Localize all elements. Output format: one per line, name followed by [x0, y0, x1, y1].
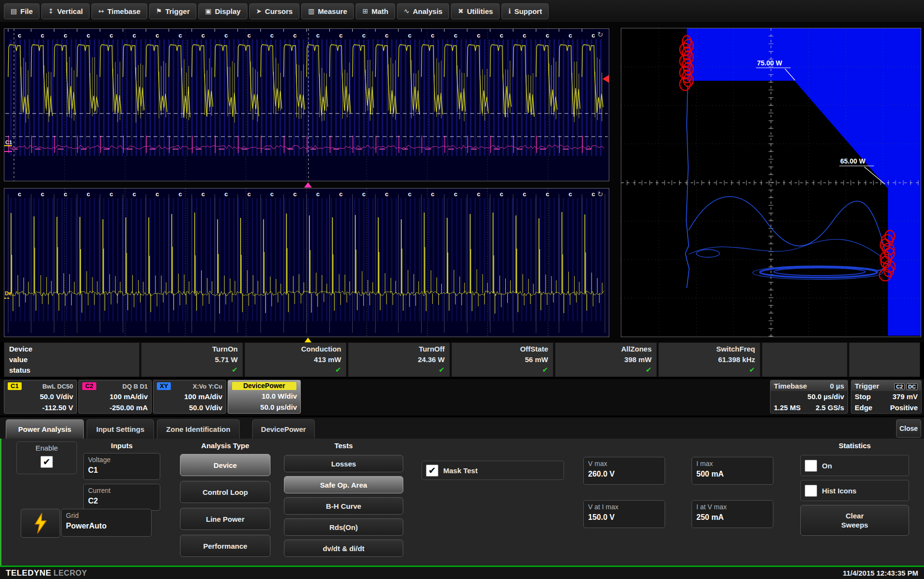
status-ok-icon: ✔: [664, 365, 755, 375]
trigger-coupling-badge: DC: [906, 383, 918, 390]
measure-col-turnoff[interactable]: TurnOff 24.36 W ✔: [348, 342, 450, 377]
menu-trigger[interactable]: ⚑Trigger: [149, 3, 196, 19]
svg-text:c: c: [155, 32, 159, 39]
svg-text:c: c: [408, 32, 411, 39]
analysis-icon: ∿: [404, 7, 410, 15]
test-rds-on-button[interactable]: Rds(On): [284, 518, 403, 536]
measure-value: 398 mW: [560, 354, 652, 365]
svg-text:c: c: [591, 190, 595, 198]
clear-sweeps-button[interactable]: Clear Sweeps: [800, 505, 909, 536]
svg-text:c: c: [18, 32, 21, 39]
tab-input-settings[interactable]: Input Settings: [87, 419, 154, 439]
grid-mode-label: Grid: [66, 511, 147, 520]
svg-text:c: c: [247, 190, 251, 198]
soa-xy-plot[interactable]: 75.00 W65.00 W: [621, 28, 921, 337]
analysis-line-power-button[interactable]: Line Power: [180, 508, 270, 530]
menu-analysis[interactable]: ∿Analysis: [397, 3, 449, 19]
c1-badge: C1: [8, 382, 22, 390]
autosetup-button[interactable]: [21, 509, 60, 538]
voltage-input-field[interactable]: Voltage C1: [83, 453, 160, 480]
measure-name: Conduction: [250, 344, 341, 354]
grid-mode-field[interactable]: Grid PowerAuto: [61, 509, 152, 537]
v-at-imax-field[interactable]: V at I max 150.0 V: [583, 500, 665, 528]
menu-vertical[interactable]: ↕Vertical: [41, 3, 90, 19]
svg-text:c: c: [362, 190, 365, 198]
button-label: Clear: [846, 511, 864, 520]
svg-text:c: c: [569, 32, 572, 39]
menu-timebase-label: Timebase: [107, 7, 141, 15]
analysis-device-button[interactable]: Device: [180, 454, 270, 476]
measure-value: 56 mW: [457, 354, 548, 365]
enable-label: Enable: [36, 444, 58, 452]
svg-text:c: c: [569, 190, 572, 198]
vmax-field[interactable]: V max 260.0 V: [583, 457, 665, 485]
svg-text:c: c: [339, 190, 343, 198]
measure-col-allzones[interactable]: AllZones 398 mW ✔: [555, 342, 657, 377]
svg-text:c: c: [64, 32, 67, 39]
menu-measure[interactable]: ▥Measure: [301, 3, 354, 19]
analysis-performance-button[interactable]: Performance: [180, 535, 270, 557]
devicepower-descriptor[interactable]: DevicePower 10.0 W/div 50.0 µs/div: [228, 380, 301, 414]
svg-text:c: c: [431, 32, 435, 39]
imax-field[interactable]: I max 500 mA: [692, 457, 773, 485]
statistics-on-checkbox[interactable]: [805, 460, 817, 472]
status-ok-icon: ✔: [353, 365, 445, 375]
button-label: B-H Curve: [326, 502, 361, 510]
svg-text:c: c: [500, 190, 503, 198]
mask-test-checkbox[interactable]: ✔: [426, 465, 438, 477]
status-bar: TELEDYNE LECROY 11/4/2015 12:43:35 PM: [0, 567, 924, 579]
voltage-current-grid[interactable]: ccccccccccccccccccccccccccC1↻: [4, 28, 609, 181]
c2-cursor-marker[interactable]: [304, 182, 312, 188]
c2-offset: -250.00 mA: [82, 402, 148, 413]
c1-scale: 50.0 V/div: [8, 391, 73, 402]
tab-zone-identification[interactable]: Zone Identification: [157, 419, 240, 439]
menu-cursors[interactable]: ➤Cursors: [249, 3, 299, 19]
measure-col-empty: [762, 342, 847, 377]
measure-label-name: Device: [9, 344, 134, 354]
test-bh-curve-button[interactable]: B-H Curve: [284, 497, 403, 515]
svg-text:75.00 W: 75.00 W: [757, 59, 783, 67]
svg-text:c: c: [224, 32, 228, 39]
status-ok-icon: ✔: [146, 365, 238, 375]
hist-icons-checkbox[interactable]: [805, 485, 817, 497]
timebase-box[interactable]: Timebase 0 µs 50.0 µs/div 1.25 MS 2.5 GS…: [770, 380, 848, 414]
analysis-control-loop-button[interactable]: Control Loop: [180, 481, 270, 503]
measure-col-turnon[interactable]: TurnOn 5.71 W ✔: [141, 342, 243, 377]
svg-text:c: c: [64, 190, 67, 198]
measure-col-offstate[interactable]: OffState 56 mW ✔: [451, 342, 553, 377]
statistics-on-row: On: [800, 455, 909, 476]
tab-label: Input Settings: [96, 425, 144, 433]
brand-teledyne: TELEDYNE: [6, 568, 51, 578]
c1-descriptor[interactable]: C1 BwL DC50 50.0 V/div -112.50 V: [4, 380, 77, 414]
tab-power-analysis[interactable]: Power Analysis: [6, 419, 84, 439]
i-at-vmax-field[interactable]: I at V max 250 mA: [692, 500, 773, 528]
device-power-grid[interactable]: ccccccccccccccccccccccccccDe↻: [4, 188, 609, 337]
hist-icons-row: Hist Icons: [800, 480, 909, 501]
measure-col-conduction[interactable]: Conduction 413 mW ✔: [244, 342, 346, 377]
trigger-box[interactable]: Trigger C2DC Stop 379 mV Edge Positive: [851, 380, 922, 414]
menu-math[interactable]: ⊞Math: [356, 3, 395, 19]
menu-support[interactable]: ℹSupport: [501, 3, 549, 19]
trigger-icon: ⚑: [156, 7, 162, 15]
current-input-field[interactable]: Current C2: [83, 484, 160, 511]
xy-descriptor[interactable]: XY X:Vo Y:Cu 100 mA/div 50.0 V/div: [153, 380, 226, 414]
close-button[interactable]: Close: [896, 419, 921, 438]
menu-utilities[interactable]: ✖Utilities: [451, 3, 500, 19]
test-safe-op-area-button[interactable]: Safe Op. Area: [284, 476, 403, 493]
svg-text:↻: ↻: [597, 30, 603, 39]
menu-timebase[interactable]: ↔Timebase: [91, 3, 147, 19]
vertical-icon: ↕: [48, 7, 54, 15]
svg-text:c: c: [133, 190, 136, 198]
measure-value: 413 mW: [250, 354, 341, 365]
menu-display[interactable]: ▣Display: [198, 3, 247, 19]
enable-checkbox[interactable]: ✔: [40, 456, 53, 468]
tab-devicepower[interactable]: DevicePower: [252, 419, 315, 439]
menu-file[interactable]: ▤File: [4, 3, 39, 19]
c2-descriptor[interactable]: C2 DQ B D1 100 mA/div -250.00 mA: [78, 380, 152, 414]
measure-col-switchfreq[interactable]: SwitchFreq 61.398 kHz ✔: [658, 342, 760, 377]
test-losses-button[interactable]: Losses: [284, 455, 403, 472]
xy-badge: XY: [157, 382, 171, 390]
svg-text:c: c: [454, 190, 457, 198]
close-label: Close: [899, 425, 918, 432]
test-dvdt-didt-button[interactable]: dv/dt & di/dt: [284, 540, 403, 557]
